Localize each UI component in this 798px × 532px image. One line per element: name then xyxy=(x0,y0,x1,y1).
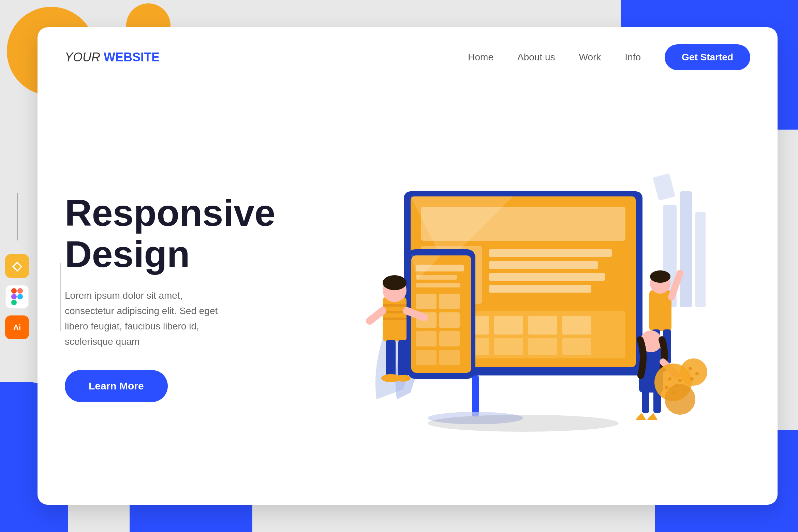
svg-point-77 xyxy=(689,367,692,370)
sketch-tool-icon[interactable]: ◇ xyxy=(5,254,29,278)
svg-rect-8 xyxy=(653,173,675,201)
hero-title-line2: Design xyxy=(65,233,190,275)
nav-links: Home About us Work Info Get Started xyxy=(468,44,750,70)
svg-rect-16 xyxy=(489,261,598,269)
svg-rect-54 xyxy=(386,340,396,377)
svg-rect-33 xyxy=(431,251,452,255)
svg-rect-14 xyxy=(421,207,625,241)
svg-rect-25 xyxy=(562,316,591,335)
svg-rect-35 xyxy=(416,265,464,271)
hero-description: Lorem ipsum dolor sit amet, consectetur … xyxy=(65,288,228,349)
svg-rect-39 xyxy=(439,294,460,309)
svg-rect-55 xyxy=(398,340,408,377)
main-nav: YOUR WEBSITE Home About us Work Info Get… xyxy=(38,27,778,80)
svg-point-76 xyxy=(678,379,682,382)
nav-link-home[interactable]: Home xyxy=(468,52,493,63)
svg-rect-15 xyxy=(489,249,612,257)
svg-rect-6 xyxy=(680,191,692,307)
vertical-accent-line xyxy=(60,263,61,331)
svg-point-79 xyxy=(690,377,694,381)
svg-rect-30 xyxy=(562,338,591,355)
svg-rect-2 xyxy=(11,294,17,299)
svg-point-72 xyxy=(668,377,671,381)
figma-icon-svg xyxy=(11,288,23,305)
svg-rect-29 xyxy=(528,338,557,355)
svg-rect-45 xyxy=(439,350,460,365)
hero-title-line1: Responsive xyxy=(65,192,275,234)
ai-tool-icon[interactable]: Ai xyxy=(5,315,29,339)
svg-point-60 xyxy=(650,270,670,283)
svg-point-73 xyxy=(675,384,678,387)
svg-rect-17 xyxy=(489,273,605,281)
get-started-button[interactable]: Get Started xyxy=(665,44,750,70)
nav-link-info[interactable]: Info xyxy=(625,52,641,63)
svg-rect-24 xyxy=(528,316,557,335)
learn-more-button[interactable]: Learn More xyxy=(65,370,168,402)
svg-point-78 xyxy=(695,372,699,375)
svg-point-51 xyxy=(383,275,407,290)
svg-rect-42 xyxy=(416,331,437,346)
svg-point-80 xyxy=(428,415,619,432)
logo-text-bold: WEBSITE xyxy=(104,50,160,64)
svg-line-53 xyxy=(370,311,383,321)
nav-link-about[interactable]: About us xyxy=(517,52,555,63)
hero-title: Responsive Design xyxy=(65,192,275,275)
hero-left-content: Responsive Design Lorem ipsum dolor sit … xyxy=(65,192,275,402)
svg-point-57 xyxy=(396,375,411,382)
svg-point-4 xyxy=(17,294,23,299)
svg-rect-1 xyxy=(17,288,23,294)
logo[interactable]: YOUR WEBSITE xyxy=(65,50,160,64)
svg-rect-49 xyxy=(383,317,407,320)
main-card: YOUR WEBSITE Home About us Work Info Get… xyxy=(38,27,778,505)
hero-section: Responsive Design Lorem ipsum dolor sit … xyxy=(38,80,778,505)
ai-icon-label: Ai xyxy=(13,323,21,332)
sketch-icon-label: ◇ xyxy=(12,259,22,273)
svg-rect-38 xyxy=(416,294,437,309)
svg-rect-41 xyxy=(439,312,460,328)
svg-rect-7 xyxy=(695,212,706,307)
svg-rect-36 xyxy=(416,275,457,280)
svg-rect-43 xyxy=(439,331,460,346)
svg-point-70 xyxy=(680,358,707,386)
svg-rect-0 xyxy=(11,288,17,294)
svg-point-71 xyxy=(665,384,695,415)
svg-rect-23 xyxy=(494,316,523,335)
hero-illustration xyxy=(275,101,750,493)
svg-rect-44 xyxy=(416,350,437,365)
svg-rect-3 xyxy=(11,300,17,305)
sidebar-toolbar: ◇ Ai xyxy=(0,193,34,339)
svg-rect-67 xyxy=(642,389,649,413)
svg-point-75 xyxy=(665,386,668,389)
svg-point-74 xyxy=(671,391,675,394)
logo-text-regular: YOUR xyxy=(65,50,104,64)
svg-rect-9 xyxy=(472,375,479,416)
svg-rect-47 xyxy=(383,304,407,307)
sidebar-divider xyxy=(17,193,18,240)
svg-rect-18 xyxy=(489,285,591,293)
svg-rect-37 xyxy=(416,283,460,287)
svg-rect-28 xyxy=(494,338,523,355)
figma-tool-icon[interactable] xyxy=(5,285,29,309)
nav-link-work[interactable]: Work xyxy=(579,52,601,63)
hero-svg-illustration xyxy=(308,144,718,450)
